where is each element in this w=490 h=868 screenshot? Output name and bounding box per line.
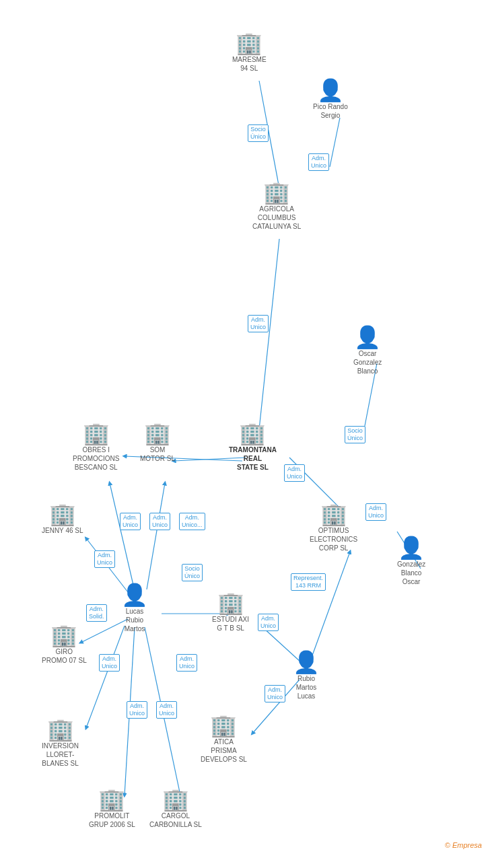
badge-adm-unico-tramontana[interactable]: Adm.Unico: [284, 464, 305, 482]
person-icon-oscar: 👤: [354, 326, 381, 348]
badge-socio-unico-1[interactable]: SocioÚnico: [248, 124, 269, 142]
building-icon-obres: 🏢: [83, 423, 110, 444]
node-atica[interactable]: 🏢 ATICA PRISMA DEVELOPS SL: [201, 715, 247, 764]
building-icon-giro-promo: 🏢: [50, 624, 77, 646]
person-icon-rubio: 👤: [293, 651, 320, 673]
label-jenny: JENNY 46 SL: [42, 526, 83, 535]
label-atica: ATICA PRISMA DEVELOPS SL: [201, 737, 247, 764]
node-cargol[interactable]: 🏢 CARGOL CARBONILLA SL: [149, 789, 202, 829]
badge-adm-unico-lucas-giro[interactable]: Adm.Unico: [99, 654, 120, 672]
building-icon-atica: 🏢: [210, 715, 237, 736]
node-gonzalez-blanco[interactable]: 👤 Gonzalez Blanco Oscar: [397, 537, 425, 586]
badge-adm-unico-agricola[interactable]: Adm.Unico: [248, 315, 269, 332]
building-icon-estudi-axi: 🏢: [217, 592, 244, 614]
label-som-motor: SOM MOTOR SL: [140, 445, 175, 463]
node-agricola[interactable]: 🏢 AGRICOLA COLUMBUS CATALUNYA SL: [252, 182, 301, 231]
svg-line-2: [259, 239, 279, 429]
person-icon-lucas: 👤: [121, 584, 148, 606]
node-tramontana[interactable]: 🏢 TRAMONTANA REAL STATE SL: [229, 423, 277, 472]
person-icon-gonzalez: 👤: [398, 537, 425, 558]
node-promolit[interactable]: 🏢 PROMOLIT GRUP 2006 SL: [89, 789, 135, 829]
svg-line-9: [110, 483, 135, 591]
building-icon-optimus: 🏢: [320, 503, 347, 525]
svg-line-13: [86, 626, 125, 728]
label-pico-rando: Pico Rando Sergio: [313, 102, 348, 120]
copyright: ©: [445, 841, 450, 849]
label-rubio-martos: Rubio Martos Lucas: [296, 674, 317, 700]
label-agricola: AGRICOLA COLUMBUS CATALUNYA SL: [252, 205, 301, 231]
badge-adm-unico-obres2[interactable]: Adm.Unico: [149, 513, 170, 530]
label-optimus: OPTIMUS ELECTRONICS CORP SL: [310, 526, 357, 552]
node-optimus[interactable]: 🏢 OPTIMUS ELECTRONICS CORP SL: [310, 503, 357, 552]
building-icon-som-motor: 🏢: [144, 423, 171, 444]
label-tramontana: TRAMONTANA REAL STATE SL: [229, 445, 277, 472]
node-rubio-martos[interactable]: 👤 Rubio Martos Lucas: [293, 651, 320, 700]
node-giro-promo[interactable]: 🏢 GIRO PROMO 07 SL: [42, 624, 87, 665]
svg-line-10: [147, 483, 165, 589]
org-chart: 🏢 MARESME 94 SL 👤 Pico Rando Sergio Soci…: [0, 0, 490, 855]
badge-adm-unico-rubio[interactable]: Adm.Unico: [265, 685, 285, 702]
svg-line-1: [330, 118, 340, 167]
label-cargol: CARGOL CARBONILLA SL: [149, 811, 202, 829]
person-icon-pico-rando: 👤: [317, 79, 344, 101]
node-lucas[interactable]: 👤 Lucas Rubio Martos: [121, 584, 148, 633]
building-icon-tramontana: 🏢: [239, 423, 266, 444]
badge-adm-unico-gonzalez[interactable]: Adm.Unico: [365, 503, 386, 521]
badge-adm-unico-pico[interactable]: Adm.Unico: [308, 153, 329, 171]
label-promolit: PROMOLIT GRUP 2006 SL: [89, 811, 135, 829]
label-lucas: Lucas Rubio Martos: [125, 607, 145, 633]
label-oscar-gonzalez: Oscar Gonzalez Blanco: [353, 349, 382, 375]
building-icon-agricola: 🏢: [263, 182, 290, 203]
building-icon-jenny: 🏢: [49, 503, 76, 525]
building-icon-cargol: 🏢: [162, 789, 189, 810]
badge-adm-unico-obres1[interactable]: Adm.Unico: [120, 513, 141, 530]
node-estudi-axi[interactable]: 🏢 ESTUDI AXI G T B SL: [212, 592, 249, 632]
building-icon-inversion: 🏢: [47, 719, 74, 740]
label-inversion: INVERSION LLORET- BLANES SL: [42, 742, 79, 768]
badge-adm-solid[interactable]: Adm.Solid.: [86, 604, 107, 622]
node-oscar-gonzalez[interactable]: 👤 Oscar Gonzalez Blanco: [353, 326, 382, 375]
label-estudi-axi: ESTUDI AXI G T B SL: [212, 615, 249, 632]
svg-line-16: [310, 552, 350, 663]
label-obres: OBRES I PROMOCIONS BESCANO SL: [73, 445, 119, 472]
node-jenny[interactable]: 🏢 JENNY 46 SL: [42, 503, 83, 535]
badge-socio-unico-oscar[interactable]: SocioÚnico: [345, 426, 365, 443]
brand: Empresa: [452, 841, 482, 849]
badge-adm-unico-inv1[interactable]: Adm.Unico: [127, 701, 147, 719]
node-maresme[interactable]: 🏢 MARESME 94 SL: [232, 32, 267, 73]
node-pico-rando[interactable]: 👤 Pico Rando Sergio: [313, 79, 348, 120]
node-inversion[interactable]: 🏢 INVERSION LLORET- BLANES SL: [42, 719, 79, 768]
badge-represent[interactable]: Represent.143 RRM: [291, 573, 326, 591]
label-giro-promo: GIRO PROMO 07 SL: [42, 647, 87, 665]
badge-adm-unico-inv2[interactable]: Adm.Unico: [156, 701, 177, 719]
badge-adm-unico-lucas2[interactable]: Adm.Unico: [176, 654, 197, 672]
building-icon-maresme: 🏢: [236, 32, 262, 54]
badge-socio-unico-lucas[interactable]: SocioÚnico: [182, 564, 203, 581]
label-gonzalez-blanco: Gonzalez Blanco Oscar: [397, 560, 425, 586]
badge-adm-unico-estudi[interactable]: Adm.Unico: [258, 614, 279, 631]
footer: © Empresa: [445, 841, 482, 849]
node-obres[interactable]: 🏢 OBRES I PROMOCIONS BESCANO SL: [73, 423, 119, 472]
label-maresme: MARESME 94 SL: [232, 55, 267, 73]
node-som-motor[interactable]: 🏢 SOM MOTOR SL: [140, 423, 175, 463]
badge-adm-unico-obres3[interactable]: Adm.Unico...: [179, 513, 205, 530]
building-icon-promolit: 🏢: [98, 789, 125, 810]
badge-adm-unico-jenny[interactable]: Adm.Unico: [94, 550, 115, 568]
